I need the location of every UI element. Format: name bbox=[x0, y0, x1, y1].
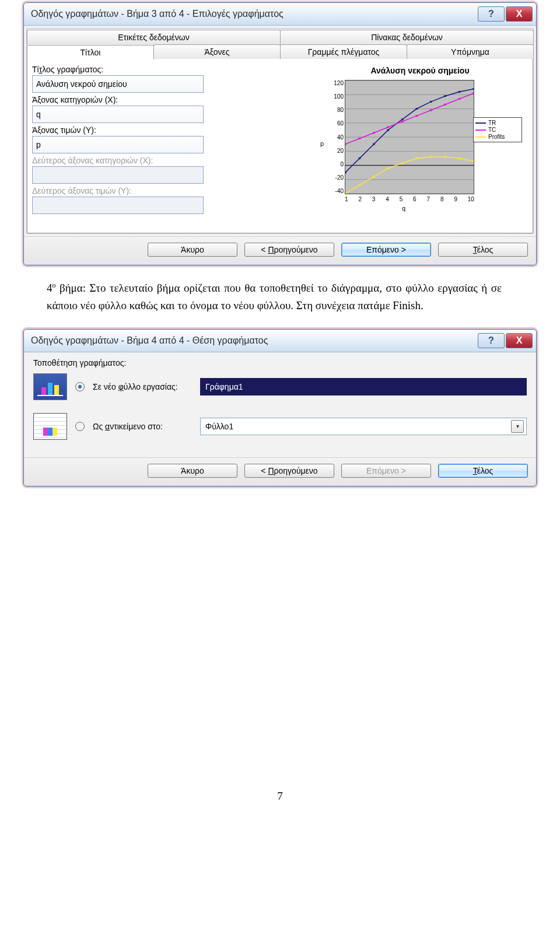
svg-rect-32 bbox=[387, 167, 390, 169]
svg-rect-24 bbox=[415, 115, 418, 117]
svg-rect-16 bbox=[444, 95, 446, 97]
svg-rect-37 bbox=[459, 158, 461, 159]
svg-rect-18 bbox=[473, 88, 474, 90]
svg-rect-23 bbox=[401, 121, 404, 123]
radio-new-sheet-label[interactable]: Σε νέο φύλλο εργασίας: bbox=[93, 382, 192, 391]
preview-chart-title: Ανάλυση νεκρού σημείου bbox=[312, 62, 528, 76]
svg-rect-17 bbox=[459, 91, 461, 93]
svg-rect-12 bbox=[387, 129, 390, 131]
finish-button[interactable]: Τέλος bbox=[438, 243, 528, 257]
svg-rect-14 bbox=[415, 108, 418, 110]
back-button[interactable]: < Προηγούμενο bbox=[244, 243, 334, 257]
titlebar: Οδηγός γραφημάτων - Βήμα 4 από 4 - Θέση … bbox=[24, 330, 536, 352]
radio-embed-object-label[interactable]: Ως αντικείμενο στο: bbox=[93, 422, 192, 431]
radio-embed-object[interactable] bbox=[75, 422, 85, 431]
tab-strip: Ετικέτες δεδομένων Πίνακας δεδομένων Τίτ… bbox=[26, 28, 534, 234]
preview-x-ticks: 1 2 3 4 5 6 7 8 9 10 bbox=[345, 196, 474, 202]
svg-rect-36 bbox=[444, 156, 446, 158]
dialog-buttons: Άκυρο < Προηγούμενο Επόμενο > Τέλος bbox=[24, 457, 536, 486]
close-button[interactable]: X bbox=[506, 6, 533, 22]
preview-y-axis-label: p bbox=[320, 140, 324, 147]
help-button[interactable]: ? bbox=[478, 333, 505, 348]
preview-plot-area bbox=[345, 80, 474, 194]
svg-rect-35 bbox=[430, 156, 432, 158]
svg-rect-27 bbox=[459, 98, 461, 100]
tab-gridlines[interactable]: Γραμμές πλέγματος bbox=[280, 44, 407, 59]
page-number: 7 bbox=[0, 790, 560, 803]
sec-y-axis-label: Δεύτερος άξονας τιμών (Y): bbox=[32, 186, 225, 195]
embed-sheet-combo[interactable]: Φύλλο1 ▾ bbox=[200, 418, 527, 435]
sec-y-axis-input bbox=[32, 197, 204, 214]
preview-x-axis-label: q bbox=[330, 205, 478, 212]
svg-rect-13 bbox=[401, 118, 404, 120]
new-sheet-name-input[interactable]: Γράφημα1 bbox=[200, 378, 527, 396]
svg-rect-30 bbox=[359, 184, 361, 186]
svg-rect-28 bbox=[473, 92, 474, 94]
close-button[interactable]: X bbox=[506, 333, 533, 348]
option-embed-row: Ως αντικείμενο στο: Φύλλο1 ▾ bbox=[33, 413, 527, 440]
svg-rect-31 bbox=[373, 176, 375, 177]
svg-rect-25 bbox=[430, 109, 432, 111]
svg-rect-26 bbox=[444, 104, 446, 106]
back-button[interactable]: < Προηγούμενο bbox=[244, 464, 334, 478]
dialog-title: Οδηγός γραφημάτων - Βήμα 4 από 4 - Θέση … bbox=[31, 335, 268, 346]
next-button: Επόμενο > bbox=[341, 464, 431, 478]
chart-placement-group: Τοποθέτηση γραφήματος: Σε νέο φύλλο εργα… bbox=[24, 352, 536, 457]
preview-legend: TR TC Profits bbox=[473, 117, 522, 142]
x-axis-label: Άξονας κατηγοριών (X): bbox=[32, 95, 225, 104]
svg-rect-22 bbox=[387, 126, 390, 128]
option-new-sheet-row: Σε νέο φύλλο εργασίας: Γράφημα1 bbox=[33, 373, 527, 400]
tab-data-labels[interactable]: Ετικέτες δεδομένων bbox=[27, 30, 281, 44]
document-paragraph: 4ο βήμα: Στο τελευταίο βήμα ορίζεται που… bbox=[47, 279, 502, 315]
cancel-button[interactable]: Άκυρο bbox=[148, 464, 237, 478]
titlebar: Οδηγός γραφημάτων - Βήμα 3 από 4 - Επιλο… bbox=[24, 3, 536, 26]
tab-data-table[interactable]: Πίνακας δεδομένων bbox=[280, 30, 534, 44]
new-sheet-icon bbox=[33, 373, 67, 400]
svg-rect-9 bbox=[345, 172, 346, 173]
chart-wizard-step3-dialog: Οδηγός γραφημάτων - Βήμα 3 από 4 - Επιλο… bbox=[23, 2, 537, 265]
dialog-title: Οδηγός γραφημάτων - Βήμα 3 από 4 - Επιλο… bbox=[31, 9, 284, 19]
y-axis-input[interactable]: p bbox=[32, 136, 204, 153]
sec-x-axis-input bbox=[32, 166, 204, 184]
svg-rect-29 bbox=[345, 192, 346, 194]
chart-title-label: Τίτλος γραφήματος: bbox=[32, 65, 225, 74]
svg-rect-20 bbox=[359, 138, 361, 139]
tab-legend[interactable]: Υπόμνημα bbox=[407, 44, 534, 59]
next-button[interactable]: Επόμενο > bbox=[341, 243, 431, 257]
svg-rect-19 bbox=[345, 144, 346, 145]
placement-label: Τοποθέτηση γραφήματος: bbox=[33, 358, 527, 368]
chart-wizard-step4-dialog: Οδηγός γραφημάτων - Βήμα 4 από 4 - Θέση … bbox=[23, 329, 537, 487]
dialog-buttons: Άκυρο < Προηγούμενο Επόμενο > Τέλος bbox=[24, 236, 536, 265]
svg-rect-34 bbox=[415, 158, 418, 159]
cancel-button[interactable]: Άκυρο bbox=[148, 243, 237, 257]
radio-new-sheet[interactable] bbox=[75, 382, 85, 391]
chart-preview: Ανάλυση νεκρού σημείου p 120 100 80 60 4… bbox=[312, 62, 528, 226]
tab-titles[interactable]: Τίτλοι bbox=[27, 45, 154, 60]
sec-x-axis-label: Δεύτερος άξονας κατηγοριών (X): bbox=[32, 156, 225, 165]
preview-y-ticks: 120 100 80 60 40 20 0 -20 -40 bbox=[330, 80, 344, 194]
tab-body-titles: Τίτλος γραφήματος: Ανάλυση νεκρού σημείο… bbox=[27, 59, 533, 233]
help-button[interactable]: ? bbox=[478, 6, 505, 22]
y-axis-label: Άξονας τιμών (Y): bbox=[32, 125, 225, 135]
chart-title-input[interactable]: Ανάλυση νεκρού σημείου bbox=[32, 75, 204, 93]
svg-rect-15 bbox=[430, 101, 432, 103]
svg-rect-11 bbox=[373, 144, 375, 145]
embed-sheet-icon bbox=[33, 413, 67, 440]
svg-rect-10 bbox=[359, 158, 361, 159]
chevron-down-icon[interactable]: ▾ bbox=[511, 420, 524, 433]
x-axis-input[interactable]: q bbox=[32, 106, 204, 123]
finish-button[interactable]: Τέλος bbox=[438, 464, 528, 478]
svg-rect-33 bbox=[401, 162, 404, 164]
svg-rect-21 bbox=[373, 132, 375, 134]
tab-axes[interactable]: Άξονες bbox=[153, 44, 281, 59]
svg-rect-38 bbox=[473, 160, 474, 162]
